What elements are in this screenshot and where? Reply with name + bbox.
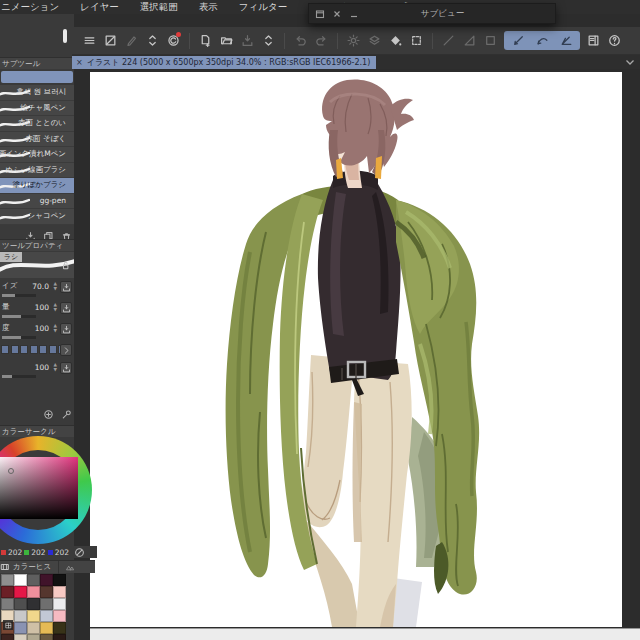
color-swatch[interactable] <box>27 634 40 640</box>
param-slider[interactable] <box>2 375 36 378</box>
stepper-icon[interactable]: ▲▼ <box>54 281 57 291</box>
subtool-item[interactable]: 赤面 ととのい <box>0 116 74 132</box>
menu-item[interactable]: フィルター <box>239 1 287 14</box>
color-swatch[interactable] <box>40 586 53 598</box>
subview-panel-header[interactable]: サブビュー <box>308 3 556 24</box>
pen-icon <box>125 34 138 47</box>
color-swatch[interactable] <box>1 634 14 640</box>
toolbar-button-snap-line[interactable] <box>506 31 530 50</box>
toolbar-button-crop[interactable] <box>406 31 427 50</box>
minimize-icon[interactable] <box>348 8 360 20</box>
stepper-icon[interactable]: ▲▼ <box>54 323 57 333</box>
chevron-down-icon[interactable] <box>624 56 636 68</box>
color-swatch[interactable] <box>27 586 40 598</box>
slider-toggle-button[interactable] <box>60 362 72 374</box>
color-swatch[interactable] <box>40 622 53 634</box>
param-value[interactable]: 100 <box>35 324 49 333</box>
slider-toggle-button[interactable] <box>60 281 72 293</box>
color-swatch[interactable] <box>40 634 53 640</box>
color-swatch[interactable] <box>53 622 66 634</box>
swatch-options-icon[interactable] <box>3 620 13 630</box>
hardness-step[interactable] <box>11 345 19 354</box>
menu-item[interactable]: 選択範囲 <box>140 1 178 14</box>
toolbar-button-snap-curve[interactable] <box>530 31 554 50</box>
color-swatch[interactable] <box>14 598 27 610</box>
canvas-page[interactable] <box>90 72 622 627</box>
wrench-button[interactable] <box>61 405 72 424</box>
color-swatch[interactable] <box>1 586 14 598</box>
menu-item[interactable]: ニメーション <box>1 1 59 14</box>
toolbar-button-board[interactable] <box>100 31 121 50</box>
subtool-item[interactable]: 赤面 そぼく <box>0 132 74 148</box>
preset-add-button[interactable] <box>43 405 54 424</box>
slider-toggle-button[interactable] <box>60 302 72 314</box>
canvas-horizontal-scrollbar[interactable] <box>90 628 640 640</box>
subtool-item[interactable]: 塗りぼかブラシ <box>0 178 74 194</box>
param-slider[interactable] <box>2 315 36 318</box>
color-swatch[interactable] <box>40 598 53 610</box>
color-swatch[interactable] <box>14 622 27 634</box>
param-value[interactable]: 100 <box>35 303 49 312</box>
toolbar-button-snap-grid[interactable] <box>554 31 578 50</box>
hardness-step[interactable] <box>20 345 28 354</box>
color-swatch[interactable] <box>53 598 66 610</box>
subtool-group-strip[interactable] <box>1 71 73 83</box>
stepper-icon[interactable]: ▲▼ <box>54 302 57 312</box>
toolbar-button-updown[interactable] <box>142 31 163 50</box>
color-set-tab[interactable] <box>58 561 75 574</box>
toolbar-button-new-doc[interactable] <box>195 31 216 50</box>
scrollbar-thumb[interactable] <box>63 29 67 43</box>
color-swatch[interactable] <box>53 574 66 586</box>
menu-item[interactable]: レイヤー <box>80 1 119 14</box>
stepper-icon[interactable]: ▲▼ <box>54 362 57 372</box>
subtool-item[interactable]: めふぃ線画ブラシ <box>0 163 74 179</box>
param-slider[interactable] <box>2 336 36 339</box>
subtool-item[interactable]: 혼색 원 브러시 <box>0 85 74 101</box>
hardness-step[interactable] <box>1 345 9 354</box>
subtool-item[interactable]: 絵チャ風ペン <box>0 101 74 117</box>
toolbar-button-bucket[interactable] <box>385 31 406 50</box>
subtool-item[interactable]: シャコペン <box>0 209 74 225</box>
color-swatch[interactable] <box>27 598 40 610</box>
hardness-step[interactable] <box>39 345 47 354</box>
color-swatch[interactable] <box>14 634 27 640</box>
param-value[interactable]: 70.0 <box>32 282 49 291</box>
param-slider[interactable] <box>2 294 36 297</box>
toolbar-snap-group <box>504 31 580 50</box>
hardness-step[interactable] <box>49 345 57 354</box>
slider-toggle-button[interactable] <box>60 323 72 335</box>
toolbar-button-updown[interactable] <box>258 31 279 50</box>
toolbar-button-clipstudio[interactable] <box>163 31 184 50</box>
color-swatch[interactable] <box>1 574 14 586</box>
color-swatch[interactable] <box>27 610 40 622</box>
subtool-item[interactable]: gg-pen <box>0 194 74 210</box>
color-swatch[interactable] <box>40 610 53 622</box>
color-mode-icon[interactable] <box>74 547 85 558</box>
document-tab[interactable]: × イラスト 224 (5000 x 6500px 350dpi 34.0% :… <box>72 56 376 69</box>
toolbar-button-folder-open[interactable] <box>216 31 237 50</box>
menu-item[interactable]: 表示 <box>199 1 218 14</box>
hardness-selector[interactable] <box>1 345 66 354</box>
color-cursor[interactable] <box>8 468 14 474</box>
color-swatch[interactable] <box>14 586 27 598</box>
color-swatch[interactable] <box>14 610 27 622</box>
toolbar-button-panel-window[interactable] <box>583 31 604 50</box>
toolbar-button-menu[interactable] <box>79 31 100 50</box>
expand-button[interactable] <box>60 344 72 356</box>
color-swatch[interactable] <box>27 574 40 586</box>
color-swatch[interactable] <box>40 574 53 586</box>
param-value[interactable]: 100 <box>35 363 49 372</box>
toolbar-button-help[interactable] <box>604 31 625 50</box>
lock-icon[interactable] <box>60 260 71 271</box>
color-swatch[interactable] <box>27 622 40 634</box>
tab-close-icon[interactable]: × <box>76 58 83 67</box>
color-swatch[interactable] <box>14 574 27 586</box>
saturation-value-square[interactable] <box>0 457 78 519</box>
color-swatch[interactable] <box>53 610 66 622</box>
color-swatch[interactable] <box>1 598 14 610</box>
color-swatch[interactable] <box>53 634 66 640</box>
color-swatch[interactable] <box>53 586 66 598</box>
hardness-step[interactable] <box>30 345 38 354</box>
close-icon[interactable] <box>331 8 343 20</box>
subtool-item[interactable]: 線画インク潰れMペン <box>0 147 74 163</box>
